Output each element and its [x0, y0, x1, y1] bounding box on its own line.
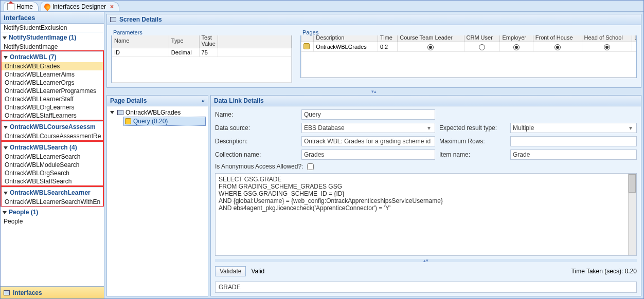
parameters-grid[interactable]: Name Type Test Value ID Decimal 75 — [112, 33, 292, 83]
description-field[interactable] — [301, 136, 435, 146]
radio[interactable] — [554, 44, 561, 50]
sidebar-title: Interfaces — [1, 12, 104, 24]
tree-item[interactable]: OntrackWBLCourseAssessmentRe — [2, 132, 103, 140]
tab-bar: Home Interfaces Designer × — [1, 1, 643, 12]
tab-label: Interfaces Designer — [52, 3, 106, 10]
page-tree[interactable]: OntrackWBLGrades Query (0.20) — [107, 106, 208, 296]
maxrows-label: Maximum Rows: — [439, 138, 506, 145]
data-link-details-panel: Data Link Details Name: Data source: EBS… — [210, 95, 641, 296]
tree-item[interactable]: OntrackWBLOrgSearch — [2, 169, 103, 177]
pages-legend: Pages — [300, 28, 639, 35]
collection-label: Collection name: — [215, 151, 297, 158]
sql-editor[interactable]: SELECT GSG.GRADE FROM GRADING_SCHEME_GRA… — [215, 173, 637, 256]
tree-item[interactable]: OntrackWBLLearnerOrgs — [2, 79, 103, 87]
tree-item[interactable]: OntrackWBLStaffLearners — [2, 111, 103, 120]
page-details-panel: Page Details « OntrackWBLGrades Query (0… — [106, 95, 208, 296]
sql-splitter[interactable]: ▴▾ — [215, 259, 637, 262]
horizontal-splitter[interactable]: ▾▴ — [106, 90, 641, 93]
valid-status: Valid — [251, 268, 264, 275]
chevron-down-icon: ▾ — [627, 124, 634, 132]
page-details-header[interactable]: Page Details « — [107, 96, 208, 106]
flame-icon — [43, 3, 52, 11]
datasource-label: Data source: — [215, 124, 297, 132]
tree-group-header[interactable]: OntrackWBL (7) — [2, 51, 103, 62]
parameters-legend: Parameters — [111, 28, 296, 35]
screen-details-header: Screen Details — [107, 14, 641, 25]
sidebar-footer[interactable]: Interfaces — [1, 287, 104, 298]
tree-group-header[interactable]: OntrackWBLCourseAssessm — [2, 121, 103, 132]
tree-item[interactable]: OntrackWBLLearnerProgrammes — [2, 87, 103, 95]
tree-item[interactable]: NotifyStudentImage — [1, 43, 104, 51]
radio[interactable] — [604, 44, 610, 50]
radio[interactable] — [479, 44, 485, 50]
home-icon — [7, 3, 14, 10]
screen-details-panel: Screen Details Parameters Name Type Test… — [106, 14, 641, 88]
tree-item[interactable]: OntrackWBLLearnerSearchWithEn — [2, 198, 103, 206]
database-icon — [125, 118, 131, 124]
tree-item[interactable]: OntrackWBLLearnerSearch — [2, 153, 103, 161]
maxrows-field[interactable] — [510, 136, 637, 146]
close-icon[interactable]: × — [110, 3, 114, 10]
scrollbar[interactable] — [628, 174, 636, 255]
tree-group-header[interactable]: OntrackWBLSearchLearner — [2, 187, 103, 198]
itemname-label: Item name: — [439, 151, 506, 158]
footer-label: Interfaces — [13, 289, 42, 296]
tree-item[interactable]: People — [1, 217, 104, 226]
datasource-select[interactable]: EBS Database▾ — [301, 123, 435, 133]
pages-grid[interactable]: DescriptionTimeCourse Team LeaderCRM Use… — [301, 33, 637, 78]
collection-field[interactable] — [301, 150, 435, 160]
expected-result-type-select[interactable]: Multiple▾ — [510, 123, 637, 133]
itemname-field[interactable] — [510, 150, 637, 160]
tree-item[interactable]: OntrackWBLLearnerAims — [2, 70, 103, 79]
tree-node-root[interactable]: OntrackWBLGrades — [109, 108, 206, 117]
anonymous-access-checkbox[interactable] — [307, 163, 314, 170]
tree-group-header[interactable]: OntrackWBLSearch (4) — [2, 142, 103, 153]
tree-item[interactable]: OntrackWBLLearnerStaff — [2, 95, 103, 103]
expected-result-type-label: Expected result type: — [439, 124, 506, 132]
table-row: ID Decimal 75 — [112, 48, 292, 57]
radio[interactable] — [513, 44, 520, 50]
tab-interfaces-designer[interactable]: Interfaces Designer × — [41, 2, 119, 11]
name-label: Name: — [215, 111, 297, 118]
table-row: OntrackWBLGrades0.2 — [301, 42, 637, 52]
tree-item[interactable]: OntrackWBLModuleSearch — [2, 161, 103, 169]
interface-tree[interactable]: NotifyStudentExclusionNotifyStudentImage… — [1, 24, 104, 287]
screen-icon — [110, 17, 116, 22]
tree-node-query[interactable]: Query (0.20) — [123, 117, 206, 126]
validate-button[interactable]: Validate — [215, 266, 246, 276]
tree-item[interactable]: OntrackWBLStaffSearch — [2, 177, 103, 185]
tab-home[interactable]: Home — [4, 2, 39, 11]
lock-icon — [303, 43, 310, 49]
name-field[interactable] — [301, 109, 435, 120]
anonymous-access-label: Is Anonymous Access Allowed?: — [215, 163, 303, 170]
time-taken: Time Taken (secs): 0.20 — [571, 268, 637, 275]
collapse-icon[interactable]: « — [202, 98, 205, 104]
radio[interactable] — [427, 44, 434, 50]
tree-item[interactable]: NotifyStudentExclusion — [1, 24, 104, 32]
sidebar: Interfaces NotifyStudentExclusionNotifyS… — [1, 12, 104, 298]
tree-item[interactable]: OntrackWBLGrades — [2, 62, 103, 70]
result-grid[interactable]: GRADE — [215, 282, 637, 293]
tree-group-header[interactable]: NotifyStudentImage (1) — [1, 32, 104, 43]
chevron-down-icon: ▾ — [425, 124, 433, 132]
tree-item[interactable]: OntrackWBLOrgLearners — [2, 103, 103, 111]
tab-label: Home — [16, 3, 33, 10]
description-label: Description: — [215, 138, 297, 145]
screen-icon — [4, 290, 10, 295]
data-link-header: Data Link Details — [211, 96, 641, 106]
tree-group-header[interactable]: People (1) — [1, 207, 104, 217]
page-icon — [117, 110, 123, 115]
